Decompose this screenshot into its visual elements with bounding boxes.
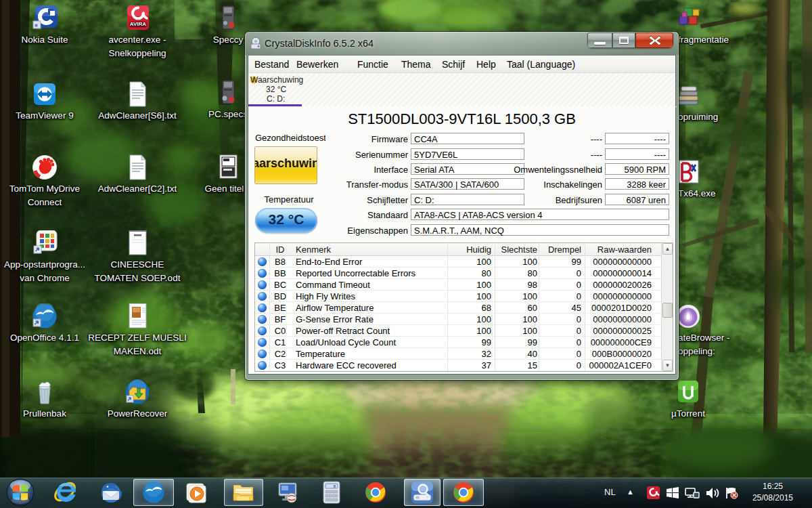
svg-text:AVIRA: AVIRA bbox=[130, 21, 147, 27]
